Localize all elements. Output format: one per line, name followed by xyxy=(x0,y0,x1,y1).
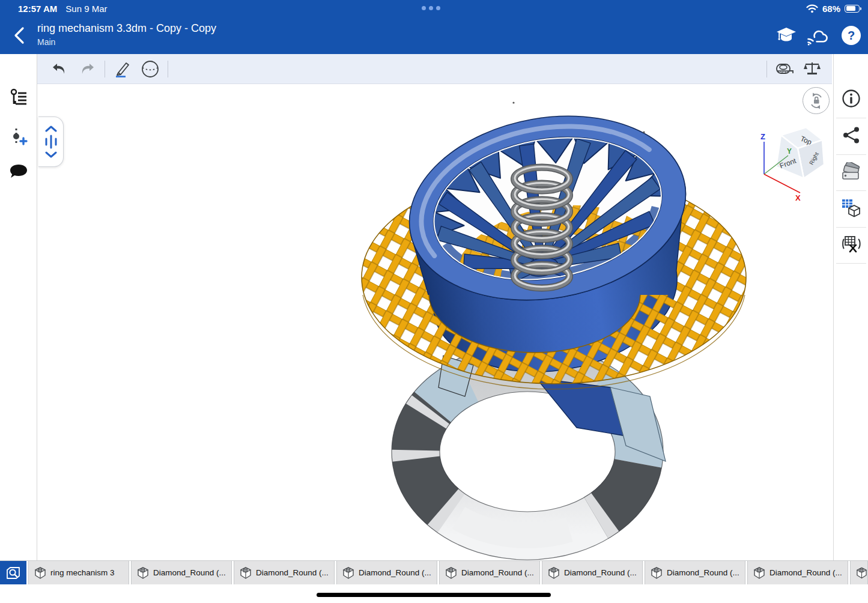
configurations-button[interactable] xyxy=(834,198,868,219)
tab-diamond-round-4[interactable]: Diamond_Round (... xyxy=(439,561,540,584)
tab-diamond-round-2[interactable]: Diamond_Round (... xyxy=(234,561,335,584)
tab-search-button[interactable] xyxy=(0,561,26,584)
ios-status-bar: 12:57 AM Sun 9 Mar 68% xyxy=(0,0,868,17)
sphere-tool-icon xyxy=(141,59,160,79)
tab-diamond-round-1[interactable]: Diamond_Round (... xyxy=(131,561,232,584)
info-icon xyxy=(842,89,861,108)
battery-percent: 68% xyxy=(822,4,840,14)
comment-icon xyxy=(9,163,28,180)
document-title: ring mechanism 3.3dm - Copy - Copy xyxy=(37,22,216,35)
multitask-dots-icon[interactable] xyxy=(422,6,440,10)
tab-partial[interactable] xyxy=(850,561,868,584)
feature-list-icon xyxy=(10,88,28,106)
tab-ring-mechanism[interactable]: ring mechanism 3 xyxy=(28,561,129,584)
battery-icon xyxy=(845,5,860,13)
axis-x-label: X xyxy=(795,193,801,202)
appearance-button[interactable] xyxy=(834,162,868,181)
partstudio-cube-icon xyxy=(445,567,457,579)
partstudio-cube-icon xyxy=(548,567,560,579)
graduation-cap-icon xyxy=(776,26,797,44)
offline-cloud-icon xyxy=(807,25,831,46)
onshape-ipad-app: 12:57 AM Sun 9 Mar 68% ring mechanism 3.… xyxy=(0,0,868,603)
modeling-toolbar xyxy=(37,54,832,84)
left-panel-rail xyxy=(0,54,37,560)
document-tab-bar: ring mechanism 3 Diamond_Round (... Diam… xyxy=(0,560,868,584)
tab-diamond-round-3[interactable]: Diamond_Round (... xyxy=(336,561,437,584)
status-time: 12:57 AM xyxy=(18,4,57,14)
feature-scrubber-handle[interactable] xyxy=(38,117,64,167)
partstudio-cube-icon xyxy=(342,567,354,579)
workspace-name: Main xyxy=(37,37,55,47)
mass-properties-button[interactable] xyxy=(798,57,826,81)
feature-list-button[interactable] xyxy=(0,88,37,106)
status-date: Sun 9 Mar xyxy=(65,4,107,14)
variables-icon xyxy=(840,234,862,253)
partstudio-cube-icon xyxy=(856,567,867,579)
balance-scale-icon xyxy=(803,61,821,77)
info-button[interactable] xyxy=(834,89,868,108)
configurations-icon xyxy=(841,198,861,219)
rotation-lock-icon xyxy=(807,92,825,110)
variables-button[interactable] xyxy=(834,234,868,253)
partstudio-cube-icon xyxy=(34,567,46,579)
sketch-tool-button[interactable] xyxy=(109,57,136,81)
partstudio-cube-icon xyxy=(651,567,663,579)
tab-diamond-round-7[interactable]: Diamond_Round (... xyxy=(747,561,848,584)
wifi-icon xyxy=(806,4,818,13)
ring-mechanism-model[interactable] xyxy=(37,84,833,560)
partstudio-cube-icon xyxy=(137,567,149,579)
rollback-bars-icon xyxy=(43,134,59,150)
comments-button[interactable] xyxy=(0,163,37,180)
redo-button[interactable] xyxy=(73,57,101,81)
insert-feature-button[interactable] xyxy=(0,127,37,147)
partstudio-cube-icon xyxy=(753,567,765,579)
help-icon: ? xyxy=(841,25,861,46)
graphics-canvas[interactable] xyxy=(37,84,833,560)
sketch-pencil-icon xyxy=(114,60,132,78)
svg-text:?: ? xyxy=(848,29,855,42)
redo-icon xyxy=(79,62,96,76)
back-chevron-icon[interactable] xyxy=(11,25,29,46)
help-button[interactable]: ? xyxy=(839,23,863,47)
sphere-tool-button[interactable] xyxy=(136,57,164,81)
learning-center-button[interactable] xyxy=(774,23,798,47)
chevron-up-icon xyxy=(44,125,58,132)
share-icon xyxy=(842,126,860,144)
rotation-lock-button[interactable] xyxy=(803,87,830,114)
view-cube[interactable]: Top Front Right Z Y X xyxy=(756,119,833,204)
undo-button[interactable] xyxy=(46,57,73,81)
measure-tape-icon xyxy=(775,61,794,77)
offline-sync-button[interactable] xyxy=(807,23,831,47)
share-button[interactable] xyxy=(834,126,868,144)
partstudio-cube-icon xyxy=(240,567,252,579)
tab-diamond-round-5[interactable]: Diamond_Round (... xyxy=(542,561,643,584)
document-header: ring mechanism 3.3dm - Copy - Copy Main … xyxy=(0,17,868,54)
axis-z-label: Z xyxy=(760,132,765,141)
search-tabs-icon xyxy=(5,566,21,580)
right-panel-rail xyxy=(833,54,868,560)
tab-diamond-round-6[interactable]: Diamond_Round (... xyxy=(645,561,745,584)
insert-feature-icon xyxy=(10,127,28,147)
undo-icon xyxy=(51,62,68,76)
axis-y-label: Y xyxy=(787,147,792,156)
appearance-swatches-icon xyxy=(841,162,861,181)
home-indicator[interactable] xyxy=(317,593,551,597)
measure-button[interactable] xyxy=(771,57,798,81)
chevron-down-icon xyxy=(44,151,58,159)
